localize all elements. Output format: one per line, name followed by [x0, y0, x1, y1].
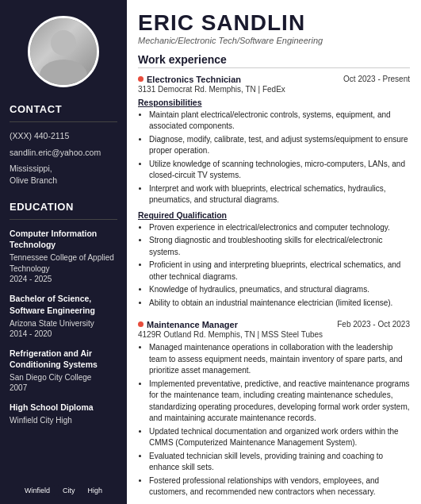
tag-high: High — [83, 485, 108, 496]
job-title-1: Maintenance Manager — [147, 320, 238, 329]
contact-heading: CONTACT — [10, 103, 117, 115]
tag-city: City — [58, 485, 80, 496]
job-dot-0 — [138, 76, 144, 82]
job-location-1: 4129R Outland Rd. Memphis, TN | MSS Stee… — [138, 330, 410, 339]
education-heading: EDUCATION — [10, 201, 117, 213]
edu-school-2: San Diego City College — [10, 372, 117, 383]
bullet-item: Implemented preventative, predictive, an… — [149, 379, 410, 425]
contact-divider — [10, 121, 117, 122]
bullet-item: Fostered professional relationships with… — [149, 475, 410, 498]
edu-degree-3: High School Diploma — [10, 402, 117, 414]
edu-years-0: 2024 - 2025 — [10, 275, 117, 283]
bullet-item: Updated technical documentation and orga… — [149, 426, 410, 449]
edu-degree-1: Bachelor of Science, Software Engineerin… — [10, 293, 117, 316]
edu-entry-0: Computer Information Technology Tennesse… — [10, 228, 117, 283]
education-divider — [10, 219, 117, 220]
bullet-item: Strong diagnostic and troubleshooting sk… — [149, 235, 410, 258]
job-dates-0: Oct 2023 - Present — [343, 75, 410, 83]
edu-degree-0: Computer Information Technology — [10, 228, 117, 251]
job-subheading-0-1: Required Qualification — [138, 210, 410, 220]
edu-degree-2: Refrigeration and Air Conditioning Syste… — [10, 348, 117, 371]
bullet-item: Ability to obtain an industrial maintena… — [149, 298, 410, 310]
phone: (XXX) 440-2115 — [10, 130, 117, 142]
contact-section: CONTACT (XXX) 440-2115 sandlin.eric@yaho… — [10, 103, 117, 191]
bullet-item: Interpret and work with blueprints, elec… — [149, 183, 410, 206]
edu-entry-1: Bachelor of Science, Software Engineerin… — [10, 293, 117, 337]
job-bullets-0-0: Maintain plant electrical/electronic con… — [138, 110, 410, 206]
job-entry-0: Electronics Technician Oct 2023 - Presen… — [138, 75, 410, 310]
job-dot-1 — [138, 321, 144, 327]
bullet-item: Maintain plant electrical/electronic con… — [149, 110, 410, 133]
job-header-1: Maintenance Manager Feb 2023 - Oct 2023 — [138, 320, 410, 329]
job-bullets-0-1: Proven experience in electrical/electron… — [138, 222, 410, 310]
job-title-0: Electronics Technician — [147, 75, 241, 84]
bullet-item: Utilize knowledge of scanning technologi… — [149, 159, 410, 182]
avatar — [28, 16, 99, 87]
bullet-item: Diagnose, modify, calibrate, test, and a… — [149, 134, 410, 157]
edu-school-0: Tennessee College of Applied Technology — [10, 252, 117, 275]
bullet-item: Proficient in using and interpreting blu… — [149, 260, 410, 283]
candidate-name: ERIC SANDLIN — [138, 11, 410, 36]
job-dates-1: Feb 2023 - Oct 2023 — [337, 320, 410, 329]
edu-school-3: Winfield City High — [10, 415, 117, 426]
education-section: EDUCATION Computer Information Technolog… — [10, 201, 117, 436]
edu-entry-3: High School Diploma Winfield City High — [10, 402, 117, 426]
tag-winfield: Winfield — [20, 485, 55, 496]
bullet-item: Managed maintenance operations in collab… — [149, 342, 410, 377]
location: Mississippi, Olive Branch — [10, 163, 117, 186]
work-experience-heading: Work experience — [138, 53, 410, 68]
edu-years-1: 2014 - 2020 — [10, 329, 117, 338]
bullet-item: Proven experience in electrical/electron… — [149, 222, 410, 234]
job-location-0: 3131 Democrat Rd. Memphis, TN | FedEx — [138, 85, 410, 94]
email: sandlin.eric@yahoo.com — [10, 147, 117, 159]
job-header-0: Electronics Technician Oct 2023 - Presen… — [138, 75, 410, 84]
bullet-item: Evaluated technician skill levels, provi… — [149, 451, 410, 474]
edu-years-2: 2007 — [10, 383, 117, 392]
job-bullets-1-0: Managed maintenance operations in collab… — [138, 342, 410, 498]
sidebar: CONTACT (XXX) 440-2115 sandlin.eric@yaho… — [0, 0, 127, 504]
bullet-item: Knowledge of hydraulics, pneumatics, and… — [149, 284, 410, 296]
edu-entry-2: Refrigeration and Air Conditioning Syste… — [10, 348, 117, 392]
candidate-profession: Mechanic/Electronic Tech/Software Engine… — [138, 36, 410, 45]
bottom-tags: Winfield City High — [20, 485, 107, 496]
edu-school-1: Arizona State University — [10, 318, 117, 329]
main-content: ERIC SANDLIN Mechanic/Electronic Tech/So… — [127, 0, 421, 504]
job-entry-1: Maintenance Manager Feb 2023 - Oct 2023 … — [138, 320, 410, 498]
job-subheading-0-0: Responsibilities — [138, 98, 410, 107]
